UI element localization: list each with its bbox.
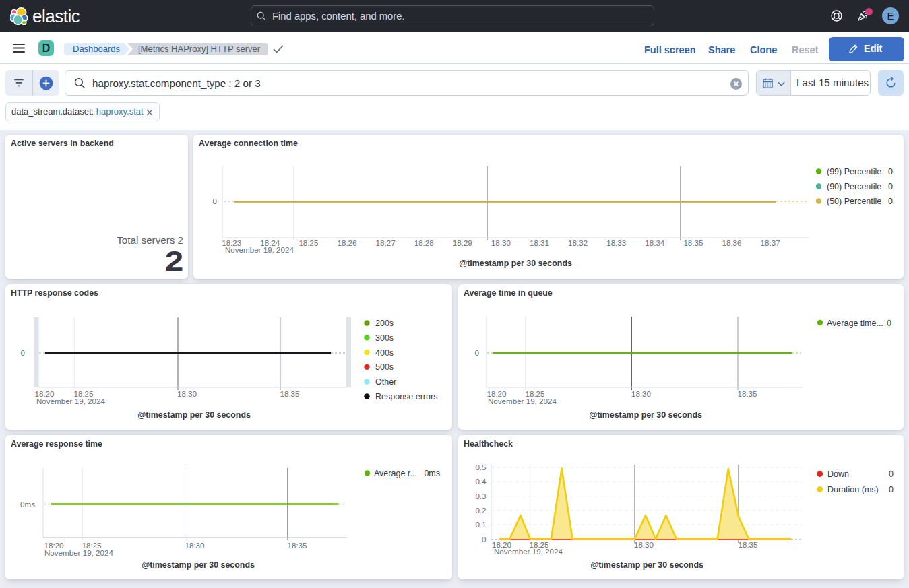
svg-text:@timestamp per 30 seconds: @timestamp per 30 seconds	[590, 560, 703, 570]
svg-text:18:35: 18:35	[683, 238, 703, 247]
svg-text:Response errors: Response errors	[375, 392, 437, 401]
svg-text:200s: 200s	[375, 319, 394, 328]
svg-text:(99) Percentile: (99) Percentile	[827, 167, 881, 176]
svg-text:18:27: 18:27	[376, 238, 396, 247]
svg-text:0: 0	[213, 197, 217, 205]
svg-text:0.4: 0.4	[475, 477, 487, 486]
svg-text:18:30: 18:30	[185, 541, 204, 550]
svg-text:0ms: 0ms	[424, 469, 440, 478]
svg-text:0: 0	[888, 182, 893, 191]
svg-text:0: 0	[21, 348, 25, 357]
svg-text:Average time...: Average time...	[827, 319, 883, 328]
svg-text:@timestamp per 30 seconds: @timestamp per 30 seconds	[459, 259, 572, 268]
svg-text:@timestamp per 30 seconds: @timestamp per 30 seconds	[137, 410, 251, 420]
svg-text:18:35: 18:35	[287, 541, 307, 550]
svg-text:18:30: 18:30	[177, 389, 197, 398]
svg-text:18:31: 18:31	[530, 238, 549, 247]
svg-text:18:36: 18:36	[722, 238, 741, 247]
svg-text:0.2: 0.2	[475, 506, 486, 515]
svg-text:18:29: 18:29	[453, 238, 472, 247]
svg-text:18:35: 18:35	[738, 540, 757, 549]
svg-text:300s: 300s	[375, 333, 394, 343]
svg-text:0.5: 0.5	[475, 463, 486, 471]
svg-text:0.1: 0.1	[475, 520, 486, 529]
svg-text:18:33: 18:33	[606, 238, 626, 247]
svg-text:November 19, 2024: November 19, 2024	[36, 397, 105, 405]
svg-text:Average r...: Average r...	[374, 469, 417, 478]
svg-text:18:34: 18:34	[645, 238, 665, 247]
svg-text:@timestamp per 30 seconds: @timestamp per 30 seconds	[589, 410, 702, 420]
svg-text:0: 0	[887, 319, 891, 328]
svg-text:(90) Percentile: (90) Percentile	[827, 182, 881, 191]
svg-text:0.3: 0.3	[475, 492, 486, 500]
svg-text:18:28: 18:28	[414, 238, 434, 247]
svg-text:18:35: 18:35	[280, 389, 299, 398]
svg-text:0: 0	[482, 535, 486, 544]
svg-text:400s: 400s	[375, 348, 394, 358]
svg-text:18:30: 18:30	[631, 389, 651, 398]
svg-text:November 19, 2024: November 19, 2024	[494, 547, 563, 556]
svg-text:0: 0	[888, 167, 893, 176]
svg-text:November 19, 2024: November 19, 2024	[44, 548, 113, 557]
svg-text:November 19, 2024: November 19, 2024	[488, 397, 557, 405]
svg-text:November 19, 2024: November 19, 2024	[225, 245, 294, 254]
svg-text:0: 0	[888, 197, 893, 206]
svg-text:Down: Down	[827, 469, 849, 479]
svg-text:500s: 500s	[375, 362, 394, 372]
svg-text:@timestamp per 30 seconds: @timestamp per 30 seconds	[142, 560, 255, 570]
svg-text:0: 0	[475, 348, 479, 357]
svg-text:Other: Other	[375, 377, 396, 387]
svg-text:Duration (ms): Duration (ms)	[827, 485, 879, 494]
svg-text:18:37: 18:37	[761, 238, 780, 247]
svg-text:18:25: 18:25	[299, 238, 318, 247]
svg-text:18:26: 18:26	[337, 238, 356, 247]
svg-text:0: 0	[889, 469, 894, 479]
svg-text:18:32: 18:32	[568, 238, 588, 247]
svg-text:18:30: 18:30	[634, 540, 654, 549]
svg-text:0: 0	[889, 485, 894, 494]
svg-text:(50) Percentile: (50) Percentile	[827, 197, 881, 206]
svg-text:18:35: 18:35	[737, 389, 757, 398]
svg-text:0ms: 0ms	[20, 500, 35, 509]
svg-text:18:30: 18:30	[491, 238, 511, 247]
